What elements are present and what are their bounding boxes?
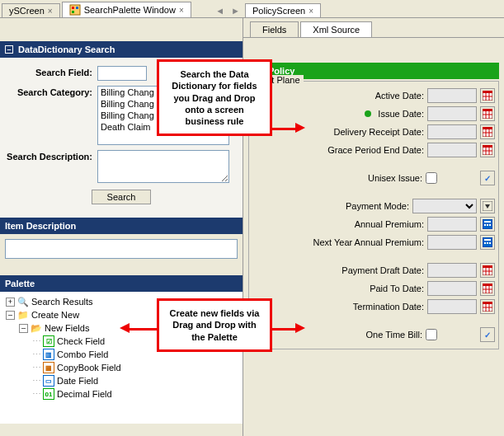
field-label: Grace Period End Date: <box>327 145 424 155</box>
tab-searchpalette[interactable]: SearchPalette Window × <box>62 2 191 17</box>
close-icon[interactable]: × <box>179 6 184 15</box>
right-tab-strip: PolicyScreen × <box>243 0 504 18</box>
svg-rect-15 <box>483 127 492 129</box>
tree-connector-icon: ⋯ <box>32 349 40 360</box>
field-action-icon[interactable] <box>480 106 495 121</box>
policy-field-row: Active Date: <box>252 88 495 103</box>
svg-rect-27 <box>484 221 491 223</box>
field-input[interactable] <box>427 263 477 278</box>
collapse-icon[interactable]: – <box>5 45 13 54</box>
tree-label: Search Results <box>31 297 93 307</box>
field-input[interactable] <box>427 143 477 157</box>
field-action-icon[interactable] <box>480 143 495 157</box>
tree-item-field[interactable]: ⋯▦CopyBook Field <box>2 361 241 374</box>
field-action-icon[interactable]: ✓ <box>480 327 495 342</box>
tree-item-field[interactable]: ⋯01Decimal Field <box>2 387 241 401</box>
field-action-icon[interactable] <box>480 88 495 103</box>
item-description-box[interactable] <box>5 239 238 259</box>
tree-label: Combo Field <box>57 349 108 359</box>
folder-open-icon: 📂 <box>31 322 42 334</box>
svg-rect-32 <box>484 239 491 241</box>
search-field-label: Search Field: <box>7 66 97 77</box>
tree-label: Check Field <box>57 336 105 346</box>
tab-policyscreen[interactable]: PolicyScreen × <box>245 3 321 17</box>
field-action-icon[interactable]: ✓ <box>480 171 495 185</box>
field-label: One Time Bill: <box>366 330 422 340</box>
callout-palette: Create new fields via Drag and Drop with… <box>157 298 272 352</box>
collapse-icon[interactable]: – <box>6 311 15 320</box>
field-label: Payment Draft Date: <box>341 265 424 275</box>
field-checkbox[interactable] <box>426 172 437 184</box>
datadictionary-header: – DataDictionary Search <box>0 41 243 58</box>
tab-yscreen[interactable]: ySCreen × <box>2 3 60 17</box>
tab-scroll-left-icon[interactable]: ◄ <box>212 4 228 17</box>
field-label: Annual Premium: <box>355 219 424 229</box>
tab-label: PolicyScreen <box>252 6 305 16</box>
field-label: Termination Date: <box>353 302 424 312</box>
left-plane-fieldset: Left Plane Active Date:Issue Date:Delive… <box>248 81 499 349</box>
tree-connector-icon: ⋯ <box>32 336 40 347</box>
field-input[interactable] <box>427 281 477 296</box>
search-button[interactable]: Search <box>92 190 152 204</box>
policy-field-row: Grace Period End Date: <box>252 143 495 157</box>
policy-field-row: Paid To Date: <box>252 281 495 296</box>
field-combo[interactable] <box>412 199 477 213</box>
sub-tab-strip: Fields Xml Source <box>243 18 504 38</box>
field-action-icon[interactable] <box>480 263 495 278</box>
svg-rect-20 <box>483 145 492 148</box>
search-description-label: Search Description: <box>7 150 97 162</box>
field-action-icon[interactable] <box>480 235 495 250</box>
field-input[interactable] <box>427 124 477 139</box>
tab-scroll-right-icon[interactable]: ► <box>228 4 243 17</box>
field-label: Next Year Annual Premium: <box>313 237 424 247</box>
tab-label: ySCreen <box>9 6 45 16</box>
collapse-icon[interactable]: – <box>19 324 28 333</box>
field-action-icon[interactable] <box>480 217 495 232</box>
tree-label: Decimal Field <box>57 389 112 399</box>
close-icon[interactable]: × <box>48 7 53 16</box>
field-label: Payment Mode: <box>346 201 409 211</box>
policy-field-row: Delivery Receipt Date: <box>252 124 495 139</box>
svg-rect-35 <box>489 242 491 244</box>
policy-field-row: Issue Date: <box>252 106 495 121</box>
field-action-icon[interactable] <box>480 281 495 296</box>
field-label: Issue Date: <box>378 109 424 119</box>
field-type-icon: ▦ <box>43 362 54 373</box>
svg-rect-5 <box>483 91 492 93</box>
tree-label: Create New <box>31 310 79 320</box>
right-pane: Fields Xml Source – Policy Left Plane Ac… <box>243 18 504 436</box>
field-input[interactable] <box>427 88 477 103</box>
close-icon[interactable]: × <box>309 7 313 16</box>
palette-header: Palette <box>0 275 243 292</box>
field-action-icon[interactable] <box>480 124 495 139</box>
section-title: Item Description <box>5 221 76 231</box>
field-input[interactable] <box>427 106 477 121</box>
svg-rect-47 <box>483 302 492 304</box>
policy-field-row: Payment Mode: <box>252 199 495 213</box>
field-label: Unisex Issue: <box>368 173 422 183</box>
field-input[interactable] <box>427 217 477 232</box>
expand-icon[interactable]: + <box>6 298 15 307</box>
svg-rect-37 <box>483 265 492 268</box>
field-label: Delivery Receipt Date: <box>334 127 424 137</box>
svg-rect-3 <box>72 11 74 13</box>
search-field-input[interactable] <box>97 66 147 81</box>
field-input[interactable] <box>427 299 477 314</box>
section-title: DataDictionary Search <box>18 45 115 54</box>
sub-tab-fields[interactable]: Fields <box>250 21 299 37</box>
field-checkbox[interactable] <box>426 329 437 340</box>
tree-connector-icon: ⋯ <box>32 376 40 387</box>
field-action-icon[interactable] <box>480 299 495 314</box>
svg-rect-34 <box>487 242 488 244</box>
field-action-icon[interactable] <box>480 199 495 213</box>
tree-connector-icon: ⋯ <box>32 363 40 373</box>
folder-icon: 📁 <box>17 309 29 321</box>
sub-tab-xmlsource[interactable]: Xml Source <box>300 21 372 37</box>
tree-item-field[interactable]: ⋯▭Date Field <box>2 374 241 387</box>
search-description-input[interactable] <box>97 150 229 183</box>
search-category-label: Search Category: <box>7 86 97 97</box>
field-input[interactable] <box>427 235 477 250</box>
field-type-icon: ▥ <box>43 349 54 360</box>
callout-search: Search the Data Dictionary for fields yo… <box>157 59 272 136</box>
tab-label: SearchPalette Window <box>84 5 176 15</box>
